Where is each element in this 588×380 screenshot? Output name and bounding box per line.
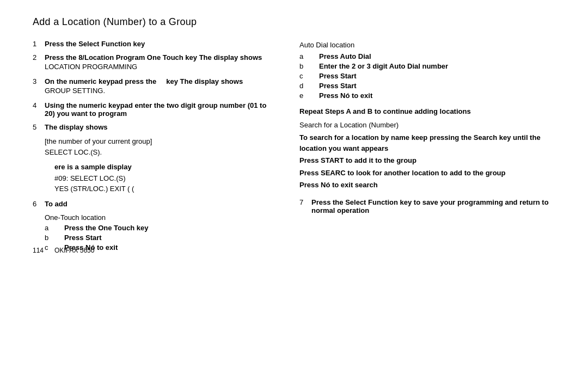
footer-product: OKIFAX 5650 (54, 247, 94, 254)
step-5-text: The display shows (45, 123, 108, 131)
one-touch-section: One-Touch location a Press the One Touch… (45, 213, 278, 252)
footer-page: 114 (33, 247, 44, 254)
left-column: 1 Press the Select Function key 2 Press … (33, 40, 294, 253)
step-2: 2 Press the 8/Location Program One Touch… (33, 53, 278, 72)
two-column-layout: 1 Press the Select Function key 2 Press … (33, 40, 555, 253)
one-touch-a-text: Press the One Touch key (64, 224, 148, 232)
sample-line1: #09: SELECT LOC.(S) (54, 173, 278, 184)
letter-b: b (45, 234, 53, 242)
sample-display: #09: SELECT LOC.(S) YES (STR/LOC.) EXIT … (54, 173, 278, 194)
auto-dial-item-d: d Press Start (299, 82, 555, 90)
step-2-text: Press the 8/Location Program One Touch k… (45, 53, 262, 62)
ad-letter-c: c (299, 72, 308, 80)
footer: 114 OKIFAX 5650 (33, 247, 94, 254)
step-4-text: Using the numeric keypad enter the two d… (45, 101, 266, 118)
step-4-content: Using the numeric keypad enter the two d… (45, 101, 278, 118)
step-3: 3 On the numeric keypad press the key Th… (33, 77, 278, 96)
step-5: 5 The display shows (33, 123, 278, 131)
one-touch-label: One-Touch location (45, 213, 278, 222)
ad-b-text: Enter the 2 or 3 digit Auto Dial number (319, 62, 448, 70)
step-6: 6 To add (33, 200, 278, 208)
step-7-text: Press the Select Function key to save yo… (311, 198, 549, 214)
sample-line2: YES (STR/LOC.) EXIT ( ( (54, 183, 278, 194)
step-1-text: Press the Select Function key (45, 40, 145, 48)
step-3-sub: GROUP SETTING. (45, 86, 278, 96)
search-section: Search for a Location (Number) To search… (299, 121, 555, 191)
step-5-indent: [the number of your current group] SELEC… (45, 137, 278, 157)
auto-dial-section: Auto Dial location a Press Auto Dial b E… (299, 41, 555, 100)
one-touch-b-text: Press Start (64, 234, 102, 242)
press-search-text: Press SEARC to look for another location… (299, 168, 555, 179)
auto-dial-label: Auto Dial location (299, 41, 555, 49)
ad-c-text: Press Start (319, 72, 357, 80)
step-2-sub: LOCATION PROGRAMMING (45, 62, 278, 72)
ad-e-text: Press Nó to exit (319, 91, 372, 100)
auto-dial-item-e: e Press Nó to exit (299, 91, 555, 100)
step-6-num: 6 (33, 200, 40, 208)
search-bold: To search for a location by name keep pr… (299, 132, 555, 154)
step-3-num: 3 (33, 77, 40, 96)
step-5-num: 5 (33, 123, 40, 131)
page-title: Add a Location (Number) to a Group (33, 16, 555, 28)
search-label: Search for a Location (Number) (299, 121, 555, 129)
step-1: 1 Press the Select Function key (33, 40, 278, 48)
auto-dial-item-c: c Press Start (299, 72, 555, 80)
step-7: 7 Press the Select Function key to save … (299, 198, 555, 214)
letter-a: a (45, 224, 53, 232)
one-touch-item-b: b Press Start (45, 234, 278, 242)
step-4: 4 Using the numeric keypad enter the two… (33, 101, 278, 118)
step-3-text: On the numeric keypad press the key The … (45, 77, 243, 85)
ad-letter-b: b (299, 62, 308, 70)
page-container: Add a Location (Number) to a Group 1 Pre… (0, 0, 588, 264)
auto-dial-item-b: b Enter the 2 or 3 digit Auto Dial numbe… (299, 62, 555, 70)
step-3-content: On the numeric keypad press the key The … (45, 77, 278, 96)
step-1-num: 1 (33, 40, 40, 48)
step-6-text: To add (45, 200, 68, 208)
step-4-num: 4 (33, 101, 40, 118)
step-2-content: Press the 8/Location Program One Touch k… (45, 53, 278, 72)
step-6-content: To add (45, 200, 278, 208)
step-1-content: Press the Select Function key (45, 40, 278, 48)
ad-a-text: Press Auto Dial (319, 52, 371, 60)
auto-dial-list: a Press Auto Dial b Enter the 2 or 3 dig… (299, 52, 555, 100)
one-touch-item-a: a Press the One Touch key (45, 224, 278, 232)
press-start-text: Press START to add it to the group (299, 155, 555, 166)
ad-letter-d: d (299, 82, 308, 90)
step-5-sub1: [the number of your current group] (45, 137, 278, 146)
ad-letter-e: e (299, 91, 308, 100)
right-column: Auto Dial location a Press Auto Dial b E… (294, 40, 555, 253)
press-no-exit-text: Press Nó to exit search (299, 180, 555, 191)
step-7-num: 7 (299, 198, 307, 214)
step-5-content: The display shows (45, 123, 278, 131)
repeat-steps: Repeat Steps A and B to continue adding … (299, 107, 555, 115)
step-7-content: Press the Select Function key to save yo… (311, 198, 555, 214)
auto-dial-item-a: a Press Auto Dial (299, 52, 555, 60)
step-5-sub2: SELECT LOC.(S). (45, 148, 278, 157)
ad-letter-a: a (299, 52, 308, 60)
sample-label: ere is a sample display (54, 163, 278, 171)
ad-d-text: Press Start (319, 82, 357, 90)
step-2-num: 2 (33, 53, 40, 72)
